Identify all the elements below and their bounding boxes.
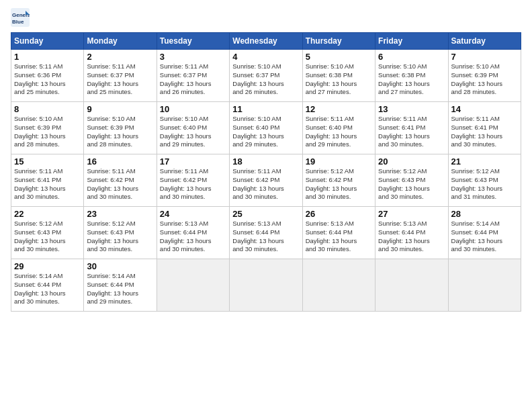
calendar-cell: 27Sunrise: 5:13 AMSunset: 6:44 PMDayligh… — [375, 207, 448, 259]
calendar-cell: 17Sunrise: 5:11 AMSunset: 6:42 PMDayligh… — [157, 154, 229, 207]
day-number: 12 — [306, 104, 372, 114]
day-number: 27 — [378, 209, 445, 219]
day-number: 17 — [160, 156, 226, 167]
calendar-cell: 9Sunrise: 5:10 AMSunset: 6:39 PMDaylight… — [84, 102, 157, 154]
day-info: Sunrise: 5:11 AMSunset: 6:42 PMDaylight:… — [87, 167, 153, 201]
day-info: Sunrise: 5:12 AMSunset: 6:43 PMDaylight:… — [14, 220, 81, 254]
calendar-cell — [302, 259, 375, 312]
day-info: Sunrise: 5:12 AMSunset: 6:43 PMDaylight:… — [378, 167, 445, 201]
calendar-cell: 3Sunrise: 5:11 AMSunset: 6:37 PMDaylight… — [157, 50, 229, 102]
day-number: 20 — [378, 156, 445, 167]
calendar-cell: 5Sunrise: 5:10 AMSunset: 6:38 PMDaylight… — [302, 50, 375, 102]
svg-text:Blue: Blue — [12, 19, 24, 25]
calendar-cell: 28Sunrise: 5:14 AMSunset: 6:44 PMDayligh… — [448, 207, 521, 259]
day-number: 1 — [14, 52, 81, 62]
day-info: Sunrise: 5:11 AMSunset: 6:36 PMDaylight:… — [14, 62, 81, 97]
day-info: Sunrise: 5:12 AMSunset: 6:43 PMDaylight:… — [87, 220, 153, 254]
calendar-cell: 8Sunrise: 5:10 AMSunset: 6:39 PMDaylight… — [11, 102, 84, 154]
col-header-tuesday: Tuesday — [157, 33, 229, 50]
calendar-cell: 18Sunrise: 5:11 AMSunset: 6:42 PMDayligh… — [230, 154, 302, 207]
calendar-cell: 6Sunrise: 5:10 AMSunset: 6:38 PMDaylight… — [375, 50, 448, 102]
day-number: 28 — [451, 209, 518, 219]
calendar-cell: 14Sunrise: 5:11 AMSunset: 6:41 PMDayligh… — [448, 102, 521, 154]
day-info: Sunrise: 5:10 AMSunset: 6:38 PMDaylight:… — [306, 62, 372, 97]
col-header-friday: Friday — [375, 33, 448, 50]
col-header-wednesday: Wednesday — [230, 33, 302, 50]
day-info: Sunrise: 5:13 AMSunset: 6:44 PMDaylight:… — [232, 220, 299, 254]
day-number: 15 — [14, 156, 81, 167]
calendar-cell: 16Sunrise: 5:11 AMSunset: 6:42 PMDayligh… — [84, 154, 157, 207]
day-info: Sunrise: 5:11 AMSunset: 6:42 PMDaylight:… — [160, 167, 226, 201]
calendar-cell: 25Sunrise: 5:13 AMSunset: 6:44 PMDayligh… — [230, 207, 302, 259]
day-info: Sunrise: 5:11 AMSunset: 6:37 PMDaylight:… — [87, 62, 153, 97]
day-info: Sunrise: 5:11 AMSunset: 6:41 PMDaylight:… — [451, 115, 518, 149]
day-info: Sunrise: 5:10 AMSunset: 6:37 PMDaylight:… — [232, 62, 299, 97]
day-info: Sunrise: 5:11 AMSunset: 6:41 PMDaylight:… — [378, 115, 445, 149]
logo: General Blue — [11, 8, 31, 27]
calendar-cell: 20Sunrise: 5:12 AMSunset: 6:43 PMDayligh… — [375, 154, 448, 207]
day-number: 22 — [14, 209, 81, 219]
day-number: 2 — [87, 52, 153, 62]
day-info: Sunrise: 5:10 AMSunset: 6:39 PMDaylight:… — [14, 115, 81, 149]
calendar-cell — [157, 259, 229, 312]
day-info: Sunrise: 5:10 AMSunset: 6:38 PMDaylight:… — [378, 62, 445, 97]
calendar-cell — [230, 259, 302, 312]
day-info: Sunrise: 5:14 AMSunset: 6:44 PMDaylight:… — [87, 272, 153, 306]
calendar-cell: 23Sunrise: 5:12 AMSunset: 6:43 PMDayligh… — [84, 207, 157, 259]
day-number: 14 — [451, 104, 518, 114]
day-number: 30 — [87, 261, 153, 271]
day-number: 25 — [232, 209, 299, 219]
day-info: Sunrise: 5:13 AMSunset: 6:44 PMDaylight:… — [306, 220, 372, 254]
day-number: 10 — [160, 104, 226, 114]
day-info: Sunrise: 5:14 AMSunset: 6:44 PMDaylight:… — [451, 220, 518, 254]
day-info: Sunrise: 5:11 AMSunset: 6:37 PMDaylight:… — [160, 62, 226, 97]
day-number: 16 — [87, 156, 153, 167]
day-number: 26 — [306, 209, 372, 219]
col-header-saturday: Saturday — [448, 33, 521, 50]
day-info: Sunrise: 5:10 AMSunset: 6:39 PMDaylight:… — [87, 115, 153, 149]
day-info: Sunrise: 5:11 AMSunset: 6:42 PMDaylight:… — [232, 167, 299, 201]
general-blue-logo-icon: General Blue — [11, 8, 30, 27]
calendar-cell — [375, 259, 448, 312]
calendar-cell: 15Sunrise: 5:11 AMSunset: 6:41 PMDayligh… — [11, 154, 84, 207]
calendar-cell: 13Sunrise: 5:11 AMSunset: 6:41 PMDayligh… — [375, 102, 448, 154]
calendar-cell: 21Sunrise: 5:12 AMSunset: 6:43 PMDayligh… — [448, 154, 521, 207]
day-number: 4 — [232, 52, 299, 62]
day-info: Sunrise: 5:12 AMSunset: 6:42 PMDaylight:… — [306, 167, 372, 201]
calendar-cell: 2Sunrise: 5:11 AMSunset: 6:37 PMDaylight… — [84, 50, 157, 102]
calendar-cell: 10Sunrise: 5:10 AMSunset: 6:40 PMDayligh… — [157, 102, 229, 154]
day-number: 23 — [87, 209, 153, 219]
calendar-cell — [448, 259, 521, 312]
calendar-cell: 26Sunrise: 5:13 AMSunset: 6:44 PMDayligh… — [302, 207, 375, 259]
day-number: 21 — [451, 156, 518, 167]
calendar-cell: 4Sunrise: 5:10 AMSunset: 6:37 PMDaylight… — [230, 50, 302, 102]
day-number: 29 — [14, 261, 81, 271]
day-number: 5 — [306, 52, 372, 62]
day-number: 7 — [451, 52, 518, 62]
day-number: 3 — [160, 52, 226, 62]
day-info: Sunrise: 5:14 AMSunset: 6:44 PMDaylight:… — [14, 272, 81, 306]
calendar-cell: 7Sunrise: 5:10 AMSunset: 6:39 PMDaylight… — [448, 50, 521, 102]
calendar-cell: 30Sunrise: 5:14 AMSunset: 6:44 PMDayligh… — [84, 259, 157, 312]
calendar-cell: 12Sunrise: 5:11 AMSunset: 6:40 PMDayligh… — [302, 102, 375, 154]
day-info: Sunrise: 5:10 AMSunset: 6:40 PMDaylight:… — [232, 115, 299, 149]
col-header-monday: Monday — [84, 33, 157, 50]
day-info: Sunrise: 5:10 AMSunset: 6:40 PMDaylight:… — [160, 115, 226, 149]
calendar-cell: 1Sunrise: 5:11 AMSunset: 6:36 PMDaylight… — [11, 50, 84, 102]
day-number: 11 — [232, 104, 299, 114]
calendar-cell: 19Sunrise: 5:12 AMSunset: 6:42 PMDayligh… — [302, 154, 375, 207]
day-number: 19 — [306, 156, 372, 167]
day-info: Sunrise: 5:13 AMSunset: 6:44 PMDaylight:… — [160, 220, 226, 254]
col-header-sunday: Sunday — [11, 33, 84, 50]
day-info: Sunrise: 5:10 AMSunset: 6:39 PMDaylight:… — [451, 62, 518, 97]
calendar-cell: 22Sunrise: 5:12 AMSunset: 6:43 PMDayligh… — [11, 207, 84, 259]
calendar-cell: 11Sunrise: 5:10 AMSunset: 6:40 PMDayligh… — [230, 102, 302, 154]
calendar-cell: 24Sunrise: 5:13 AMSunset: 6:44 PMDayligh… — [157, 207, 229, 259]
day-number: 13 — [378, 104, 445, 114]
day-number: 8 — [14, 104, 81, 114]
day-number: 24 — [160, 209, 226, 219]
day-number: 18 — [232, 156, 299, 167]
day-info: Sunrise: 5:12 AMSunset: 6:43 PMDaylight:… — [451, 167, 518, 201]
col-header-thursday: Thursday — [302, 33, 375, 50]
day-number: 6 — [378, 52, 445, 62]
